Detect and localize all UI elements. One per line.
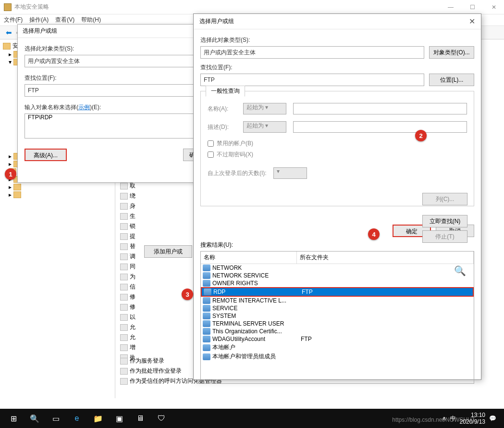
app-icon[interactable]: 🖥 xyxy=(130,409,151,428)
close-icon[interactable]: ✕ xyxy=(469,17,475,26)
result-row[interactable]: SYSTEM xyxy=(201,312,474,320)
policy-item[interactable]: 生 xyxy=(120,211,192,221)
result-row[interactable]: This Organization Certific... xyxy=(201,327,474,335)
desc-query-label: 描述(D): xyxy=(208,123,236,131)
location-field xyxy=(25,84,196,97)
nonexpiring-pwd-checkbox[interactable]: 不过期密码(X) xyxy=(208,151,467,159)
menu-view[interactable]: 查看(V) xyxy=(55,16,74,24)
user-icon xyxy=(203,320,210,327)
menu-help[interactable]: 帮助(H) xyxy=(81,16,101,24)
days-since-logon-label: 自上次登录后的天数(I): xyxy=(208,169,267,177)
result-row[interactable]: OWNER RIGHTS xyxy=(201,279,474,287)
search-icon: 🔍 xyxy=(454,265,467,277)
policy-item[interactable]: 增 xyxy=(120,342,192,352)
app-icon xyxy=(4,3,12,11)
dialog2-title: 选择用户或组 xyxy=(199,17,234,25)
object-type-label: 选择此对象类型(S): xyxy=(25,45,196,53)
annotation-1: 1 xyxy=(5,168,16,180)
stop-button: 停止(T) xyxy=(422,230,467,243)
object-name-input[interactable]: FTP\RDP xyxy=(25,113,196,138)
policy-item[interactable]: 以 xyxy=(120,312,192,322)
object-type-field xyxy=(25,55,196,67)
user-icon xyxy=(203,313,210,319)
tree-node[interactable]: ▸ xyxy=(1,191,114,199)
search-icon[interactable]: 🔍 xyxy=(24,409,45,428)
start-button[interactable]: ⊞ xyxy=(3,409,24,428)
watermark: https://blog.csdn.net/NOWSHUT xyxy=(392,416,475,423)
back-icon[interactable]: ⬅ xyxy=(4,28,14,37)
minimize-button[interactable]: — xyxy=(444,3,457,12)
object-name-label: 输入对象名称来选择(示例)(E): xyxy=(25,103,196,112)
policy-item[interactable]: 绕 xyxy=(120,191,192,201)
location-label: 查找位置(F): xyxy=(25,74,196,82)
dialog-title: 选择用户或组 xyxy=(18,25,202,38)
user-icon xyxy=(203,297,210,304)
user-icon xyxy=(203,353,210,360)
user-icon xyxy=(203,336,210,342)
task-view-icon[interactable]: ▭ xyxy=(45,409,66,428)
annotation-2: 2 xyxy=(415,130,427,141)
result-row[interactable]: 本地帐户和管理员组成员 xyxy=(201,352,474,361)
result-row[interactable]: SERVICE xyxy=(201,304,474,312)
app-icon[interactable]: 🛡 xyxy=(151,409,172,428)
add-user-button[interactable]: 添加用户或 xyxy=(144,245,192,258)
result-row[interactable]: RDPFTP xyxy=(201,287,474,297)
user-icon xyxy=(203,328,210,335)
user-icon xyxy=(203,272,210,279)
user-icon xyxy=(203,305,210,312)
advanced-button[interactable]: 高级(A)... xyxy=(25,149,67,161)
annotation-3: 3 xyxy=(182,289,193,300)
tree-node[interactable]: ▸ xyxy=(1,183,114,191)
select-user-dialog-basic: 选择用户或组 选择此对象类型(S): 查找位置(F): 输入对象名称来选择(示例… xyxy=(17,24,203,183)
main-titlebar: 本地安全策略 — ☐ ✕ xyxy=(0,0,504,14)
policy-item[interactable]: 信 xyxy=(120,282,192,292)
name-match-select[interactable]: 起始为 ▾ xyxy=(243,103,286,114)
window-title: 本地安全策略 xyxy=(14,3,49,11)
annotation-4: 4 xyxy=(368,228,380,240)
policy-item[interactable]: 同 xyxy=(120,262,192,272)
result-row[interactable]: TERMINAL SERVER USER xyxy=(201,320,474,327)
desc-match-select[interactable]: 起始为 ▾ xyxy=(243,121,286,133)
object-types-button[interactable]: 对象类型(O)... xyxy=(429,46,474,59)
user-icon xyxy=(203,264,210,271)
days-select[interactable]: ▾ xyxy=(273,167,307,179)
result-row[interactable]: 本地帐户 xyxy=(201,343,474,352)
policy-list: 取绕身生锁提替调同为信修修以允允增执 xyxy=(120,181,192,363)
user-icon xyxy=(204,289,211,295)
explorer-icon[interactable]: 📁 xyxy=(87,409,109,428)
name-query-label: 名称(A): xyxy=(208,105,236,113)
select-user-dialog-advanced: 选择用户或组 ✕ 选择此对象类型(S): 对象类型(O)... 查找位置(F):… xyxy=(193,13,481,380)
object-type-label: 选择此对象类型(S): xyxy=(200,36,474,44)
notifications-icon[interactable]: 💬 xyxy=(489,415,496,422)
locations-button[interactable]: 位置(L)... xyxy=(429,74,474,86)
policy-item[interactable]: 提 xyxy=(120,231,192,241)
menu-action[interactable]: 操作(A) xyxy=(29,16,49,24)
policy-item[interactable]: 身 xyxy=(120,201,192,211)
result-row[interactable]: REMOTE INTERACTIVE L... xyxy=(201,297,474,304)
policy-item[interactable]: 允 xyxy=(120,322,192,332)
user-icon xyxy=(203,344,210,351)
ie-icon[interactable]: e xyxy=(66,409,87,428)
location-field xyxy=(200,74,424,86)
user-icon xyxy=(203,280,210,287)
result-row[interactable]: WDAGUtilityAccountFTP xyxy=(201,335,474,343)
col-name[interactable]: 名称 xyxy=(201,252,297,264)
common-queries-tab[interactable]: 一般性查询 xyxy=(206,86,245,97)
example-link[interactable]: 示例 xyxy=(78,104,90,111)
policy-item[interactable]: 允 xyxy=(120,332,192,342)
maximize-button[interactable]: ☐ xyxy=(466,3,479,12)
object-type-field xyxy=(200,46,424,59)
policy-item[interactable]: 修 xyxy=(120,302,192,312)
menu-file[interactable]: 文件(F) xyxy=(4,16,23,24)
disabled-accounts-checkbox[interactable]: 禁用的帐户(B) xyxy=(208,139,467,148)
close-button[interactable]: ✕ xyxy=(488,3,500,12)
policy-item[interactable]: 为 xyxy=(120,272,192,282)
location-label: 查找位置(F): xyxy=(200,63,474,72)
find-now-button[interactable]: 立即查找(N) xyxy=(422,215,467,227)
policy-item[interactable]: 锁 xyxy=(120,221,192,231)
name-query-input[interactable] xyxy=(293,103,467,114)
desc-query-input[interactable] xyxy=(293,121,467,133)
app-icon[interactable]: ▣ xyxy=(109,409,130,428)
columns-button[interactable]: 列(C)... xyxy=(422,193,467,205)
